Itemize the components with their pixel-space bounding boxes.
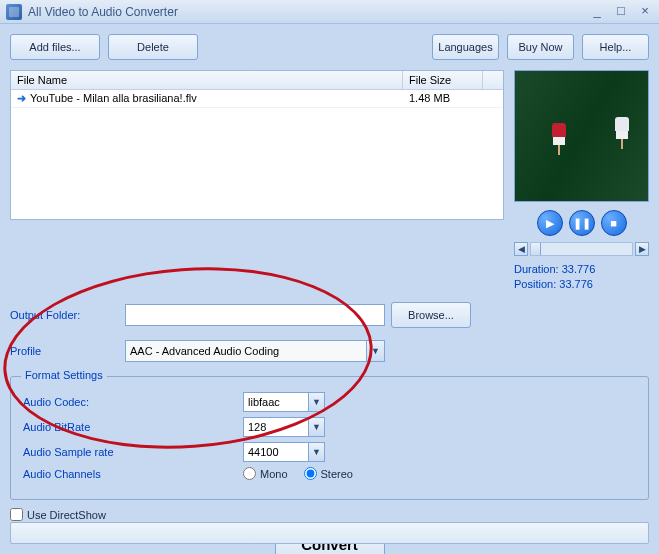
position-label: Position:	[514, 278, 556, 290]
output-folder-input[interactable]	[125, 304, 385, 326]
preview-video[interactable]	[514, 70, 649, 202]
chevron-down-icon: ▼	[308, 418, 324, 436]
stop-button[interactable]: ■	[601, 210, 627, 236]
seek-left-icon[interactable]: ◀	[514, 242, 528, 256]
close-button[interactable]: ×	[637, 5, 653, 19]
column-filesize[interactable]: File Size	[403, 71, 483, 89]
audio-samplerate-select[interactable]: 44100▼	[243, 442, 325, 462]
chevron-down-icon: ▼	[308, 393, 324, 411]
audio-bitrate-label: Audio BitRate	[23, 421, 243, 433]
duration-value: 33.776	[562, 263, 596, 275]
position-value: 33.776	[559, 278, 593, 290]
buy-now-button[interactable]: Buy Now	[507, 34, 574, 60]
mono-radio[interactable]: Mono	[243, 467, 288, 480]
arrow-icon: ➜	[17, 92, 26, 104]
browse-button[interactable]: Browse...	[391, 302, 471, 328]
use-directshow-label: Use DirectShow	[27, 509, 106, 521]
languages-button[interactable]: Languages	[432, 34, 499, 60]
seek-right-icon[interactable]: ▶	[635, 242, 649, 256]
column-filename[interactable]: File Name	[11, 71, 403, 89]
chevron-down-icon: ▼	[308, 443, 324, 461]
duration-label: Duration:	[514, 263, 559, 275]
file-size: 1.48 MB	[403, 90, 483, 107]
add-files-button[interactable]: Add files...	[10, 34, 100, 60]
audio-codec-label: Audio Codec:	[23, 396, 243, 408]
help-button[interactable]: Help...	[582, 34, 649, 60]
format-settings: Format Settings Audio Codec: libfaac▼ Au…	[10, 376, 649, 500]
seek-bar[interactable]: ◀ ▶	[514, 242, 649, 256]
audio-bitrate-select[interactable]: 128▼	[243, 417, 325, 437]
column-padding	[483, 71, 503, 89]
delete-button[interactable]: Delete	[108, 34, 198, 60]
audio-channels-label: Audio Channels	[23, 468, 243, 480]
file-name: YouTube - Milan alla brasiliana!.flv	[30, 92, 197, 104]
app-icon	[6, 4, 22, 20]
table-row[interactable]: ➜YouTube - Milan alla brasiliana!.flv 1.…	[11, 90, 503, 108]
minimize-button[interactable]: _	[589, 5, 605, 19]
file-table[interactable]: File Name File Size ➜YouTube - Milan all…	[10, 70, 504, 220]
profile-label: Profile	[10, 345, 125, 357]
stereo-radio[interactable]: Stereo	[304, 467, 353, 480]
titlebar: All Video to Audio Converter _ □ ×	[0, 0, 659, 24]
audio-codec-select[interactable]: libfaac▼	[243, 392, 325, 412]
window-title: All Video to Audio Converter	[28, 5, 178, 19]
maximize-button[interactable]: □	[613, 5, 629, 19]
chevron-down-icon: ▼	[366, 341, 384, 361]
play-button[interactable]: ▶	[537, 210, 563, 236]
use-directshow-checkbox[interactable]	[10, 508, 23, 521]
status-bar	[10, 522, 649, 544]
output-folder-label: Output Folder:	[10, 309, 125, 321]
audio-samplerate-label: Audio Sample rate	[23, 446, 243, 458]
pause-button[interactable]: ❚❚	[569, 210, 595, 236]
profile-select[interactable]: AAC - Advanced Audio Coding ▼	[125, 340, 385, 362]
format-legend: Format Settings	[21, 369, 107, 381]
